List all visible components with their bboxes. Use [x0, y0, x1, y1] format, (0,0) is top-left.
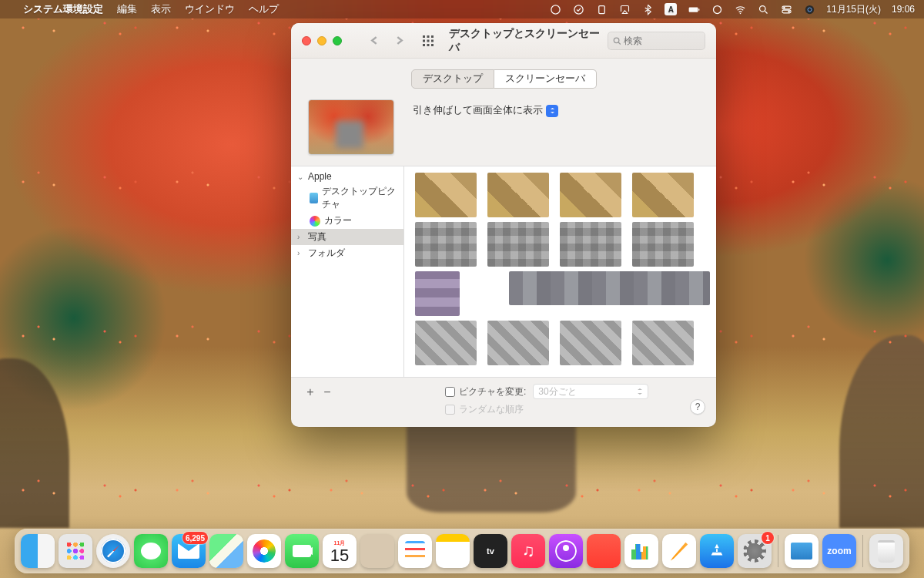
status-icon-2[interactable] [572, 3, 584, 15]
sidebar-item-desktop-pictures[interactable]: デスクトップピクチャ [291, 183, 403, 213]
wallpaper-thumb[interactable] [509, 271, 710, 305]
dock-podcasts[interactable] [549, 534, 583, 568]
dock-numbers[interactable] [624, 534, 658, 568]
dock-safari[interactable] [96, 534, 130, 568]
bluetooth-icon[interactable] [641, 3, 654, 15]
dock-zoom[interactable]: zoom [822, 534, 856, 568]
interval-select[interactable]: 30分ごと [533, 384, 648, 399]
fit-mode-label: 引き伸ばして画面全体に表示 [413, 104, 543, 117]
menu-view[interactable]: 表示 [151, 2, 171, 16]
dock-maps[interactable] [209, 534, 243, 568]
dock-separator [778, 535, 778, 567]
menu-app-name[interactable]: システム環境設定 [23, 2, 103, 16]
svg-point-23 [614, 38, 619, 43]
colors-icon [310, 216, 320, 227]
dock-news[interactable] [587, 534, 621, 568]
sysprefs-badge: 1 [762, 532, 774, 544]
wallpaper-thumb[interactable] [632, 222, 694, 267]
dock-photos[interactable] [247, 534, 281, 568]
dock-preview[interactable] [785, 534, 819, 568]
menu-bar: システム環境設定 編集 表示 ウインドウ ヘルプ A 11月15日(火) 19:… [0, 0, 924, 18]
wallpaper-thumb[interactable] [487, 173, 549, 217]
wallpaper-thumb[interactable] [560, 173, 621, 217]
wallpaper-thumb[interactable] [415, 271, 460, 316]
close-button[interactable] [302, 36, 311, 45]
input-source-icon[interactable]: A [665, 3, 677, 15]
svg-point-0 [551, 5, 560, 13]
maximize-button[interactable] [333, 36, 342, 45]
dock-system-preferences[interactable]: 1 [738, 534, 772, 568]
dock-messages[interactable] [134, 534, 168, 568]
pictures-icon [310, 193, 318, 203]
wallpaper-thumb[interactable] [560, 222, 621, 267]
menubar-date[interactable]: 11月15日(火) [826, 3, 881, 16]
remove-folder-button[interactable]: − [319, 385, 336, 400]
svg-point-10 [783, 6, 785, 8]
menubar-time[interactable]: 19:06 [892, 4, 915, 15]
dock-contacts[interactable] [360, 534, 394, 568]
airplay-icon[interactable] [618, 3, 631, 15]
tab-screensaver[interactable]: スクリーンセーバ [494, 69, 597, 89]
svg-rect-15 [427, 35, 430, 38]
tab-desktop[interactable]: デスクトップ [411, 69, 494, 89]
menu-window[interactable]: ウインドウ [185, 2, 235, 16]
menu-edit[interactable]: 編集 [117, 2, 137, 16]
sidebar-item-folders[interactable]: ›フォルダ [291, 245, 403, 261]
svg-rect-16 [431, 35, 434, 38]
clipboard-icon[interactable] [595, 3, 608, 15]
dock: 6,295 11月15 tv 1 zoom [15, 529, 909, 573]
svg-point-7 [759, 5, 765, 12]
random-order-checkbox: ランダムな順序 [445, 403, 648, 416]
svg-rect-3 [688, 7, 698, 12]
minimize-button[interactable] [317, 36, 326, 45]
dock-music[interactable] [511, 534, 545, 568]
status-icon-1[interactable] [549, 3, 561, 15]
dock-mail[interactable]: 6,295 [172, 534, 206, 568]
show-all-button[interactable] [420, 32, 437, 49]
sidebar-item-colors[interactable]: カラー [291, 213, 403, 229]
dock-separator [862, 535, 863, 567]
battery-icon[interactable] [688, 3, 700, 15]
traffic-lights [302, 36, 342, 45]
spotlight-icon[interactable] [757, 3, 769, 15]
siri-icon[interactable] [803, 3, 815, 15]
wallpaper-thumb[interactable] [632, 321, 694, 365]
sidebar-item-photos[interactable]: ›写真 [291, 229, 403, 245]
dock-finder[interactable] [21, 534, 55, 568]
back-button[interactable] [366, 32, 383, 49]
dock-trash[interactable] [869, 534, 903, 568]
svg-point-11 [788, 10, 790, 12]
dock-pages[interactable] [662, 534, 696, 568]
search-field[interactable] [608, 32, 705, 50]
search-input[interactable] [624, 35, 700, 46]
dock-calendar[interactable]: 11月15 [323, 534, 357, 568]
dropdown-icon [546, 105, 558, 117]
svg-rect-2 [599, 5, 605, 13]
menu-help[interactable]: ヘルプ [249, 2, 279, 16]
sidebar-item-apple[interactable]: ⌄Apple [291, 170, 403, 183]
control-center-icon[interactable] [780, 3, 792, 15]
forward-button[interactable] [391, 32, 408, 49]
help-button[interactable]: ? [690, 399, 705, 415]
wallpaper-thumb[interactable] [560, 321, 621, 365]
wifi-icon[interactable] [734, 3, 746, 15]
wallpaper-thumb[interactable] [415, 222, 477, 267]
dock-notes[interactable] [436, 534, 470, 568]
dock-reminders[interactable] [398, 534, 432, 568]
wallpaper-thumb[interactable] [632, 173, 694, 217]
wallpaper-thumb[interactable] [415, 173, 477, 217]
dock-facetime[interactable] [285, 534, 319, 568]
svg-rect-14 [423, 35, 425, 38]
fit-mode-select[interactable]: 引き伸ばして画面全体に表示 [413, 104, 558, 117]
dock-appstore[interactable] [700, 534, 734, 568]
dock-launchpad[interactable] [59, 534, 92, 568]
status-icon-3[interactable] [711, 3, 723, 15]
wallpaper-thumb[interactable] [415, 321, 477, 365]
add-folder-button[interactable]: + [302, 385, 319, 400]
change-picture-checkbox[interactable]: ピクチャを変更: 30分ごと [445, 384, 648, 399]
wallpaper-thumb[interactable] [487, 222, 549, 267]
wallpaper-thumb[interactable] [487, 321, 549, 365]
dock-tv[interactable]: tv [474, 534, 507, 568]
svg-rect-17 [423, 39, 425, 42]
window-titlebar[interactable]: デスクトップとスクリーンセーバ [291, 23, 716, 59]
